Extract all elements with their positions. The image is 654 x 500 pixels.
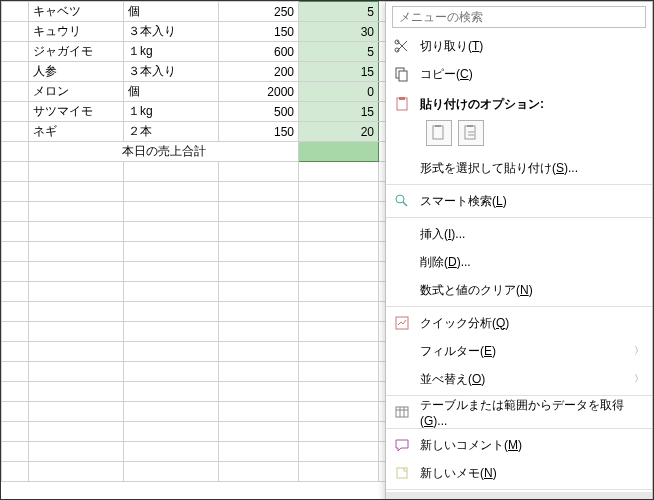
svg-rect-12 (396, 407, 408, 417)
menu-insert[interactable]: 挿入(I)... (386, 220, 652, 248)
menu-copy[interactable]: コピー(C) (386, 60, 652, 88)
paste-options-label: 貼り付けのオプション: (420, 96, 544, 113)
chevron-right-icon: 〉 (634, 372, 644, 386)
svg-point-10 (396, 195, 404, 203)
cell[interactable]: １kg (124, 102, 219, 122)
cell-selected[interactable]: 20 (299, 122, 379, 142)
cell[interactable]: 150 (219, 122, 299, 142)
menu-sort[interactable]: 並べ替え(O) 〉 (386, 365, 652, 393)
menu-paste-special-label: 形式を選択して貼り付け(S)... (420, 160, 644, 177)
table-data-icon (392, 402, 412, 422)
menu-cut-label: 切り取り(T) (420, 38, 644, 55)
svg-rect-9 (467, 125, 473, 127)
menu-sort-label: 並べ替え(O) (420, 371, 634, 388)
menu-filter-label: フィルター(E) (420, 343, 634, 360)
cell[interactable]: 個 (124, 2, 219, 22)
cell[interactable]: 個 (124, 82, 219, 102)
cell[interactable]: 200 (219, 62, 299, 82)
cell[interactable] (2, 22, 29, 42)
copy-icon (392, 64, 412, 84)
cell-selected[interactable]: 0 (299, 82, 379, 102)
cell-selected[interactable]: 5 (299, 2, 379, 22)
chevron-right-icon: 〉 (634, 344, 644, 358)
menu-cut[interactable]: 切り取り(T) (386, 32, 652, 60)
cell[interactable]: メロン (29, 82, 124, 102)
svg-rect-3 (399, 71, 407, 81)
paste-option-values[interactable] (458, 120, 484, 146)
cell[interactable]: 600 (219, 42, 299, 62)
cell[interactable]: 人参 (29, 62, 124, 82)
scissors-icon (392, 36, 412, 56)
svg-rect-7 (435, 125, 441, 127)
context-menu: 切り取り(T) コピー(C) 貼り付けのオプション: (385, 1, 653, 500)
comment-icon (392, 435, 412, 455)
svg-rect-6 (433, 126, 443, 139)
menu-new-comment-label: 新しいコメント(M) (420, 437, 644, 454)
menu-delete-label: 削除(D)... (420, 254, 644, 271)
menu-clear-label: 数式と値のクリア(N) (420, 282, 644, 299)
menu-smart-lookup[interactable]: スマート検索(L) (386, 187, 652, 215)
menu-quick-analysis-label: クイック分析(Q) (420, 315, 644, 332)
cell[interactable]: 250 (219, 2, 299, 22)
cell[interactable] (2, 82, 29, 102)
cell[interactable] (2, 62, 29, 82)
menu-paste-options: 貼り付けのオプション: (386, 88, 652, 154)
separator (386, 428, 652, 429)
menu-paste-special[interactable]: 形式を選択して貼り付け(S)... (386, 154, 652, 182)
quick-analysis-icon (392, 313, 412, 333)
menu-insert-label: 挿入(I)... (420, 226, 644, 243)
menu-new-note[interactable]: 新しいメモ(N) (386, 459, 652, 487)
cell[interactable]: ３本入り (124, 22, 219, 42)
cell-selected[interactable]: 15 (299, 102, 379, 122)
cell[interactable]: １kg (124, 42, 219, 62)
summary-value[interactable] (299, 142, 379, 162)
menu-search-input[interactable] (392, 6, 646, 28)
cell[interactable]: ネギ (29, 122, 124, 142)
menu-delete[interactable]: 削除(D)... (386, 248, 652, 276)
cell[interactable] (2, 102, 29, 122)
svg-rect-13 (397, 468, 407, 478)
cell[interactable] (2, 142, 29, 162)
menu-clear[interactable]: 数式と値のクリア(N) (386, 276, 652, 304)
menu-quick-analysis[interactable]: クイック分析(Q) (386, 309, 652, 337)
menu-get-data-label: テーブルまたは範囲からデータを取得(G)... (420, 397, 644, 428)
menu-get-data[interactable]: テーブルまたは範囲からデータを取得(G)... (386, 398, 652, 426)
menu-new-comment[interactable]: 新しいコメント(M) (386, 431, 652, 459)
summary-label[interactable]: 本日の売上合計 (29, 142, 299, 162)
cell-selected[interactable]: 5 (299, 42, 379, 62)
separator (386, 489, 652, 490)
svg-rect-5 (399, 97, 405, 100)
menu-copy-label: コピー(C) (420, 66, 644, 83)
cell-selected[interactable]: 15 (299, 62, 379, 82)
cell[interactable]: ２本 (124, 122, 219, 142)
note-icon (392, 463, 412, 483)
cell[interactable] (2, 42, 29, 62)
menu-filter[interactable]: フィルター(E) 〉 (386, 337, 652, 365)
cell[interactable] (2, 122, 29, 142)
cell[interactable]: キュウリ (29, 22, 124, 42)
separator (386, 306, 652, 307)
search-icon (392, 191, 412, 211)
menu-format-cells[interactable]: セルの書式設定(F)... (386, 492, 652, 500)
cell[interactable]: サツマイモ (29, 102, 124, 122)
cell[interactable]: ３本入り (124, 62, 219, 82)
format-cells-icon (392, 496, 412, 500)
cell[interactable]: キャベツ (29, 2, 124, 22)
separator (386, 184, 652, 185)
separator (386, 217, 652, 218)
cell[interactable]: ジャガイモ (29, 42, 124, 62)
menu-new-note-label: 新しいメモ(N) (420, 465, 644, 482)
cell[interactable]: 150 (219, 22, 299, 42)
cell[interactable]: 500 (219, 102, 299, 122)
menu-smart-lookup-label: スマート検索(L) (420, 193, 644, 210)
clipboard-icon (392, 94, 412, 114)
cell[interactable] (2, 2, 29, 22)
cell[interactable]: 2000 (219, 82, 299, 102)
paste-option-default[interactable] (426, 120, 452, 146)
cell-selected[interactable]: 30 (299, 22, 379, 42)
